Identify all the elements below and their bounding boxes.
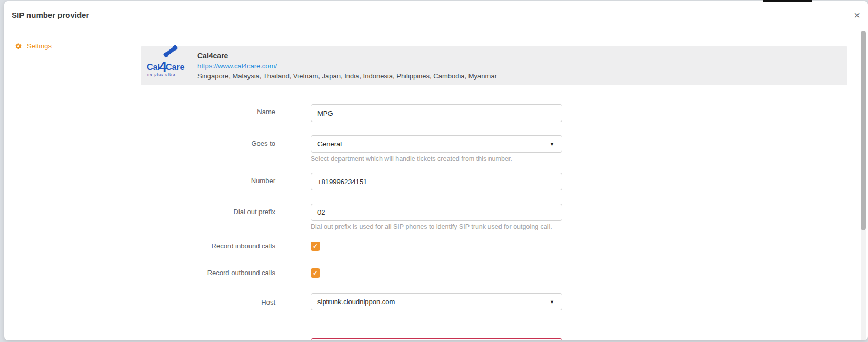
phone-handset-icon: [164, 46, 177, 57]
goes-to-label: Goes to: [157, 139, 275, 148]
chevron-down-icon: ▼: [550, 142, 554, 147]
goes-to-helper: Select department which will handle tick…: [311, 155, 512, 163]
dial-out-prefix-helper: Dial out prefix is used for all SIP phon…: [311, 223, 552, 230]
goes-to-selected-value: General: [317, 140, 342, 148]
scrollbar-track[interactable]: [861, 31, 866, 340]
modal-title: SIP number provider: [12, 11, 89, 19]
number-input[interactable]: [311, 173, 562, 190]
provider-countries: Singapore, Malaysia, Thailand, Vietnam, …: [197, 72, 497, 80]
error-highlighted-input[interactable]: [311, 338, 562, 340]
provider-info: Cal4care https://www.cal4care.com/ Singa…: [197, 52, 497, 80]
record-inbound-label: Record inbound calls: [157, 242, 275, 251]
logo-tagline: ne plus ultra: [147, 73, 188, 76]
check-icon: ✓: [313, 243, 318, 250]
provider-name: Cal4care: [197, 52, 497, 60]
chevron-down-icon: ▼: [550, 299, 554, 305]
dial-out-prefix-input[interactable]: [311, 204, 562, 221]
name-input[interactable]: [311, 104, 562, 122]
check-icon: ✓: [313, 269, 318, 277]
provider-url-link[interactable]: https://www.cal4care.com/: [197, 62, 497, 70]
modal-header: SIP number provider ×: [4, 1, 868, 31]
record-outbound-checkbox[interactable]: ✓: [311, 268, 320, 278]
sidebar-item-label: Settings: [27, 42, 52, 50]
sidebar-item-settings[interactable]: Settings: [15, 42, 52, 50]
gear-icon: [15, 43, 22, 50]
cal4care-logo: Cal4Care ne plus ultra: [147, 55, 188, 76]
logo-four-text: 4: [159, 62, 167, 73]
name-label: Name: [157, 107, 275, 117]
provider-card: Cal4Care ne plus ultra Cal4care https://…: [141, 46, 847, 85]
goes-to-select[interactable]: General ▼: [311, 135, 562, 153]
scrollbar-thumb[interactable]: [861, 31, 866, 230]
dial-out-prefix-label: Dial out prefix: [157, 207, 275, 217]
record-outbound-label: Record outbound calls: [157, 268, 275, 278]
close-icon[interactable]: ×: [851, 9, 863, 22]
logo-care-text: Care: [166, 63, 185, 72]
browser-top-strip: [763, 0, 812, 2]
sip-number-provider-modal: SIP number provider × Settings Cal4Care …: [4, 1, 868, 340]
host-select[interactable]: siptrunk.cloudnippon.com ▼: [311, 293, 562, 310]
host-selected-value: siptrunk.cloudnippon.com: [317, 298, 395, 306]
logo-cal-text: Cal: [147, 63, 160, 72]
sidebar-divider: [133, 31, 133, 340]
number-label: Number: [157, 176, 275, 186]
record-inbound-checkbox[interactable]: ✓: [311, 242, 320, 251]
host-label: Host: [157, 298, 275, 307]
header-divider: [133, 31, 868, 31]
